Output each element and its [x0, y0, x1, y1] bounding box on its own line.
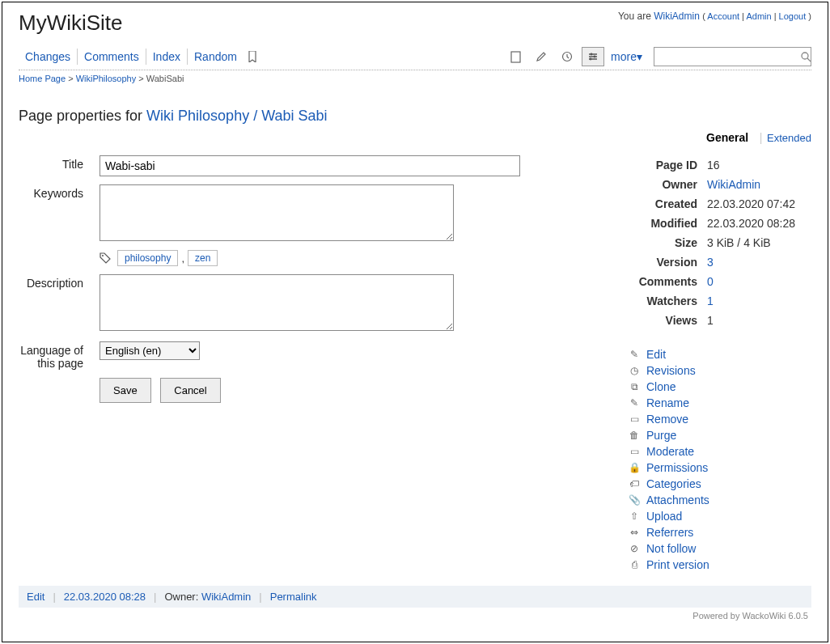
- breadcrumb: Home Page > WikiPhilosophy > WabiSabi: [19, 70, 811, 85]
- footer-date[interactable]: 22.03.2020 08:28: [64, 591, 146, 603]
- action-categories[interactable]: Categories: [646, 477, 701, 490]
- toolbar: more▾: [504, 47, 811, 66]
- history-icon[interactable]: [556, 47, 578, 66]
- meta-pageid: 16: [702, 155, 811, 175]
- sidebar: Page ID16 OwnerWikiAdmin Created22.03.20…: [625, 155, 811, 573]
- footer-edit[interactable]: Edit: [27, 591, 44, 603]
- save-button[interactable]: Save: [100, 378, 151, 403]
- action-purge[interactable]: Purge: [646, 429, 676, 442]
- nav-random[interactable]: Random: [188, 49, 243, 65]
- meta-owner[interactable]: WikiAdmin: [707, 178, 760, 191]
- description-label: Description: [19, 274, 100, 290]
- action-moderate[interactable]: Moderate: [646, 445, 694, 458]
- keywords-textarea[interactable]: [100, 184, 454, 241]
- title-input[interactable]: [100, 155, 520, 176]
- action-edit[interactable]: Edit: [646, 348, 666, 361]
- tag-philosophy[interactable]: philosophy: [117, 250, 178, 266]
- eye-off-icon: ⊘: [629, 543, 640, 554]
- action-rename[interactable]: Rename: [646, 396, 689, 409]
- action-revisions[interactable]: Revisions: [646, 364, 696, 377]
- admin-link[interactable]: Admin: [746, 11, 771, 21]
- tag-icon: [100, 252, 111, 264]
- action-notfollow[interactable]: Not follow: [646, 542, 696, 555]
- more-dropdown[interactable]: more▾: [608, 50, 646, 63]
- keywords-label: Keywords: [19, 184, 100, 200]
- properties-icon[interactable]: [582, 47, 604, 66]
- breadcrumb-l1[interactable]: WikiPhilosophy: [76, 74, 137, 83]
- tag-icon: 🏷: [629, 478, 640, 489]
- powered-by: Powered by WackoWiki 6.0.5: [19, 608, 811, 621]
- meta-views: 1: [702, 311, 811, 330]
- meta-watchers[interactable]: 1: [707, 294, 714, 307]
- remove-icon: ▭: [629, 413, 640, 425]
- footer: Edit | 22.03.2020 08:28 | Owner: WikiAdm…: [19, 586, 811, 608]
- clock-icon: ◷: [629, 365, 640, 376]
- pencil-icon: ✎: [629, 349, 640, 360]
- language-select[interactable]: English (en): [100, 341, 200, 360]
- nav-comments[interactable]: Comments: [78, 49, 146, 65]
- tab-extended[interactable]: Extended: [767, 132, 811, 144]
- properties-form: Title Keywords philosophy , zen: [19, 155, 609, 573]
- footer-owner[interactable]: WikiAdmin: [201, 591, 251, 603]
- copy-icon: ⧉: [629, 381, 640, 392]
- meta-modified: 22.03.2020 08:28: [702, 214, 811, 233]
- user-link[interactable]: WikiAdmin: [654, 11, 700, 22]
- action-remove[interactable]: Remove: [646, 413, 688, 426]
- meta-table: Page ID16 OwnerWikiAdmin Created22.03.20…: [625, 155, 811, 330]
- svg-point-5: [802, 53, 808, 59]
- breadcrumb-current: WabiSabi: [146, 74, 184, 83]
- title-label: Title: [19, 155, 100, 171]
- bookmark-add-icon[interactable]: [243, 51, 263, 62]
- edit-icon[interactable]: [530, 47, 553, 66]
- action-upload[interactable]: Upload: [646, 510, 682, 523]
- svg-rect-0: [511, 52, 520, 62]
- meta-size: 3 KiB / 4 KiB: [702, 233, 811, 252]
- action-clone[interactable]: Clone: [646, 380, 676, 393]
- nav-changes[interactable]: Changes: [19, 49, 78, 65]
- action-attachments[interactable]: Attachments: [646, 494, 709, 506]
- svg-point-2: [591, 53, 593, 56]
- chat-icon: ▭: [629, 446, 640, 457]
- svg-point-4: [590, 58, 592, 61]
- description-textarea[interactable]: [100, 274, 454, 331]
- page-icon[interactable]: [504, 47, 527, 66]
- main-nav: Changes Comments Index Random: [19, 49, 263, 65]
- language-label: Language of this page: [19, 341, 100, 370]
- search-icon[interactable]: [800, 51, 811, 62]
- page-title-link[interactable]: Wiki Philosophy / Wabi Sabi: [146, 108, 327, 124]
- link-icon: ⇔: [629, 527, 640, 538]
- footer-permalink[interactable]: Permalink: [270, 591, 317, 603]
- action-list: ✎Edit ◷Revisions ⧉Clone ✎Rename ▭Remove …: [625, 346, 811, 573]
- page-title: Page properties for Wiki Philosophy / Wa…: [19, 108, 811, 125]
- upload-icon: ⇧: [629, 511, 640, 522]
- search-input[interactable]: [654, 49, 800, 65]
- meta-comments[interactable]: 0: [707, 275, 714, 288]
- tag-zen[interactable]: zen: [188, 250, 218, 266]
- action-referrers[interactable]: Referrers: [646, 526, 693, 539]
- meta-created: 22.03.2020 07:42: [702, 194, 811, 214]
- you-are-label: You are: [618, 11, 654, 22]
- breadcrumb-home[interactable]: Home Page: [19, 74, 66, 83]
- user-area: You are WikiAdmin ( Account | Admin | Lo…: [618, 11, 811, 22]
- action-print[interactable]: Print version: [646, 558, 709, 571]
- svg-point-3: [594, 56, 596, 58]
- nav-index[interactable]: Index: [146, 49, 188, 65]
- attach-icon: 📎: [629, 494, 640, 506]
- print-icon: ⎙: [629, 559, 640, 570]
- trash-icon: 🗑: [629, 430, 640, 441]
- rename-icon: ✎: [629, 397, 640, 409]
- svg-line-6: [807, 58, 811, 61]
- meta-version[interactable]: 3: [707, 256, 714, 269]
- action-permissions[interactable]: Permissions: [646, 461, 708, 474]
- account-link[interactable]: Account: [707, 11, 739, 21]
- logout-link[interactable]: Logout: [779, 11, 807, 21]
- property-tabs: General | Extended: [19, 131, 811, 147]
- tab-general[interactable]: General: [700, 128, 755, 147]
- lock-icon: 🔒: [629, 462, 640, 473]
- search-box: [654, 47, 811, 66]
- cancel-button[interactable]: Cancel: [160, 378, 220, 403]
- svg-point-7: [102, 255, 104, 256]
- site-title: MyWikiSite: [19, 11, 123, 36]
